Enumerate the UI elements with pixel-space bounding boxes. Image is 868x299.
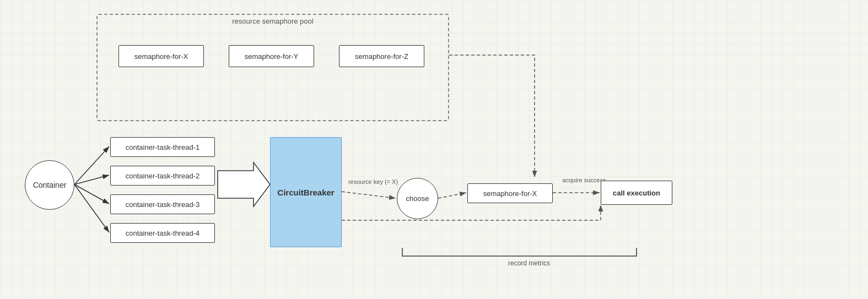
svg-line-6 — [74, 184, 109, 232]
semaphore-pool-container — [96, 14, 449, 121]
circuit-breaker: CircuitBreaker — [270, 137, 342, 247]
choose-node: choose — [397, 178, 438, 219]
thread-3: container-task-thread-3 — [110, 194, 215, 214]
container-node: Container — [25, 160, 74, 210]
thread-1: container-task-thread-1 — [110, 137, 215, 157]
semaphore-pool-label: resource semaphore pool — [96, 15, 449, 26]
record-metrics-label: record metrics — [474, 258, 584, 269]
call-execution: call execution — [601, 181, 672, 205]
resource-key-label: resource key (= X) — [343, 176, 403, 187]
semaphore-x-pool: semaphore-for-X — [118, 45, 204, 67]
diagram: resource semaphore pool semaphore-for-X … — [0, 0, 868, 299]
semaphore-y-pool: semaphore-for-Y — [229, 45, 314, 67]
semaphore-x-main: semaphore-for-X — [467, 183, 553, 203]
svg-line-9 — [438, 193, 466, 198]
svg-line-4 — [74, 175, 109, 184]
svg-line-3 — [74, 146, 109, 184]
svg-line-8 — [342, 192, 396, 198]
svg-line-5 — [74, 184, 109, 204]
svg-marker-7 — [218, 162, 270, 206]
thread-4: container-task-thread-4 — [110, 223, 215, 243]
thread-2: container-task-thread-2 — [110, 166, 215, 186]
semaphore-z-pool: semaphore-for-Z — [339, 45, 424, 67]
